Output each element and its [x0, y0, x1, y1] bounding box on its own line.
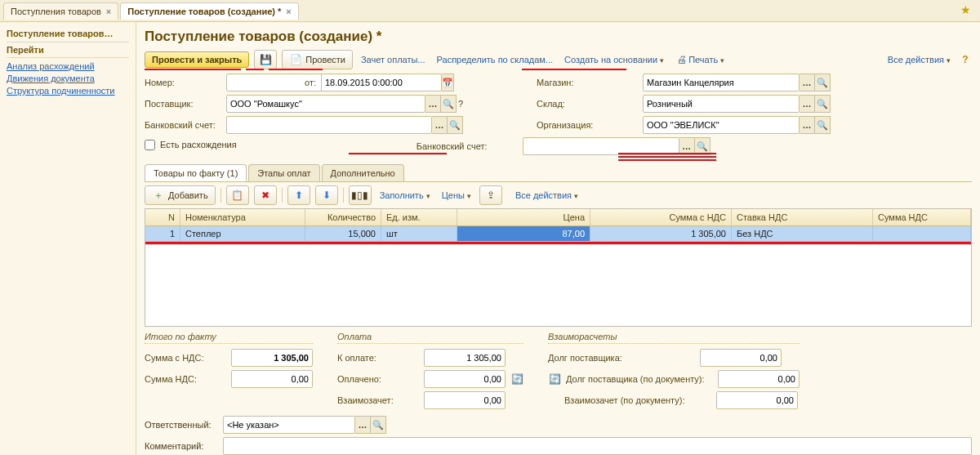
search-icon[interactable]: 🔍 — [371, 416, 386, 434]
offset-doc-value[interactable] — [716, 391, 798, 409]
cell-price[interactable]: 87,00 — [457, 226, 590, 241]
cell-qty[interactable]: 15,000 — [305, 226, 381, 241]
diskette-icon: 💾 — [259, 53, 272, 66]
col-n[interactable]: N — [145, 209, 180, 225]
info-icon[interactable]: ? — [458, 99, 463, 109]
cell-unit[interactable]: шт — [381, 226, 457, 241]
col-vat-sum[interactable]: Сумма НДС — [873, 209, 971, 225]
table-header: N Номенклатура Количество Ед. изм. Цена … — [145, 209, 971, 226]
select-icon[interactable]: … — [800, 116, 815, 134]
post-button[interactable]: 📄Провести — [282, 50, 353, 69]
supplier-label: Поставщик: — [145, 99, 218, 109]
mutual-title: Взаиморасчеты — [548, 332, 800, 344]
responsible-input[interactable] — [223, 416, 355, 434]
grid-all-actions-button[interactable]: Все действия — [512, 188, 581, 203]
offset-value[interactable] — [424, 391, 506, 409]
bottom-fields: Ответственный: …🔍 Комментарий: Новый — [145, 416, 972, 455]
bank-input[interactable] — [226, 116, 432, 134]
create-based-button[interactable]: Создать на основании — [561, 52, 667, 67]
cell-nomen[interactable]: Степлер — [180, 226, 305, 241]
tab-document[interactable]: Поступление товаров (создание) * × — [120, 2, 298, 20]
page-title: Поступление товаров (создание) * — [145, 29, 972, 45]
all-actions-button[interactable]: Все действия — [884, 52, 954, 67]
help-icon[interactable]: ? — [959, 53, 972, 66]
comment-input[interactable] — [223, 437, 972, 455]
save-button[interactable]: 💾 — [254, 50, 277, 69]
tab-goods[interactable]: Товары по факту (1) — [145, 164, 247, 181]
search-icon[interactable]: 🔍 — [448, 116, 463, 134]
search-icon[interactable]: 🔍 — [815, 116, 831, 134]
add-row-button[interactable]: ＋Добавить — [145, 185, 216, 205]
col-nomen[interactable]: Номенклатура — [180, 209, 305, 225]
paid-value[interactable] — [424, 370, 506, 388]
arrow-up-icon: ⬆ — [292, 189, 305, 202]
sidebar-link-structure[interactable]: Структура подчиненности — [7, 86, 129, 96]
close-icon[interactable]: × — [106, 7, 111, 16]
shop-input[interactable] — [643, 74, 800, 91]
supplier-input[interactable] — [226, 95, 425, 113]
col-vat-rate[interactable]: Ставка НДС — [732, 209, 873, 225]
header-form: Номер: от: 📅 Магазин: …🔍 Поставщик: …🔍 ?… — [145, 74, 972, 134]
arrow-down-icon: ⬇ — [320, 189, 333, 202]
select-icon[interactable]: … — [425, 95, 441, 113]
tab-stages[interactable]: Этапы оплат — [248, 164, 319, 181]
print-button[interactable]: 🖨Печать — [672, 51, 728, 69]
sidebar-link-movements[interactable]: Движения документа — [7, 74, 129, 83]
org-label: Организация: — [537, 120, 635, 130]
cell-vat-rate[interactable]: Без НДС — [732, 226, 873, 241]
has-diff-checkbox[interactable] — [145, 140, 155, 150]
search-icon[interactable]: 🔍 — [815, 74, 831, 91]
distribute-button[interactable]: Распределить по складам... — [434, 52, 556, 67]
sidebar-link-analysis[interactable]: Анализ расхождений — [7, 61, 129, 71]
col-qty[interactable]: Количество — [305, 209, 381, 225]
cell-vat-sum[interactable] — [873, 226, 971, 241]
comment-label: Комментарий: — [145, 441, 218, 451]
org-input[interactable] — [643, 116, 800, 134]
table-empty-area[interactable] — [145, 244, 971, 326]
search-icon[interactable]: 🔍 — [441, 95, 457, 113]
select-icon[interactable]: … — [800, 74, 815, 91]
col-sum[interactable]: Сумма с НДС — [590, 209, 732, 225]
search-icon[interactable]: 🔍 — [815, 95, 831, 113]
col-unit[interactable]: Ед. изм. — [381, 209, 457, 225]
warehouse-input[interactable] — [643, 95, 800, 113]
debt-value[interactable] — [700, 349, 782, 367]
favorite-icon[interactable]: ★ — [960, 3, 973, 16]
detail-tabs: Товары по факту (1) Этапы оплат Дополнит… — [145, 164, 972, 182]
select-icon[interactable]: … — [432, 116, 448, 134]
table-row[interactable]: 1 Степлер 15,000 шт 87,00 1 305,00 Без Н… — [145, 226, 971, 242]
move-down-button[interactable]: ⬇ — [315, 185, 338, 205]
col-price[interactable]: Цена — [457, 209, 590, 225]
copy-row-button[interactable]: 📋 — [226, 185, 249, 205]
plus-icon: ＋ — [152, 189, 165, 202]
bank2-label: Банковский счет: — [416, 141, 514, 151]
tab-list[interactable]: Поступления товаров × — [3, 2, 118, 20]
grid-toolbar: ＋Добавить 📋 ✖ ⬆ ⬇ ▮▯▮ Заполнить Цены ⇪ В… — [145, 182, 972, 208]
paid-label: Оплачено: — [337, 374, 419, 384]
refresh-icon[interactable]: 🔄 — [510, 372, 523, 386]
number-label: Номер: — [145, 78, 218, 87]
move-up-button[interactable]: ⬆ — [287, 185, 310, 205]
select-icon[interactable]: … — [355, 416, 371, 434]
import-button[interactable]: ⇪ — [479, 185, 502, 205]
post-and-close-button[interactable]: Провести и закрыть — [145, 51, 249, 68]
sum-vat-value[interactable] — [231, 349, 313, 367]
delete-row-button[interactable]: ✖ — [254, 185, 277, 205]
vat-sum-value[interactable] — [231, 370, 313, 388]
to-pay-value[interactable] — [424, 349, 506, 367]
calendar-icon[interactable]: 📅 — [442, 74, 454, 91]
fact-title: Итого по факту — [145, 332, 313, 344]
date-input[interactable] — [321, 74, 442, 91]
fill-button[interactable]: Заполнить — [376, 188, 434, 203]
offset-doc-label: Взаимозачет (по документу): — [564, 395, 711, 405]
barcode-button[interactable]: ▮▯▮ — [349, 185, 372, 205]
refresh-icon[interactable]: 🔄 — [548, 372, 561, 386]
select-icon[interactable]: … — [800, 95, 815, 113]
cell-n[interactable]: 1 — [145, 226, 180, 241]
tab-additional[interactable]: Дополнительно — [322, 164, 404, 181]
prices-button[interactable]: Цены — [439, 188, 474, 203]
offset-payment-button[interactable]: Зачет оплаты... — [358, 52, 429, 67]
close-icon[interactable]: × — [286, 7, 291, 16]
cell-sum[interactable]: 1 305,00 — [590, 226, 732, 241]
debt-doc-value[interactable] — [718, 370, 800, 388]
